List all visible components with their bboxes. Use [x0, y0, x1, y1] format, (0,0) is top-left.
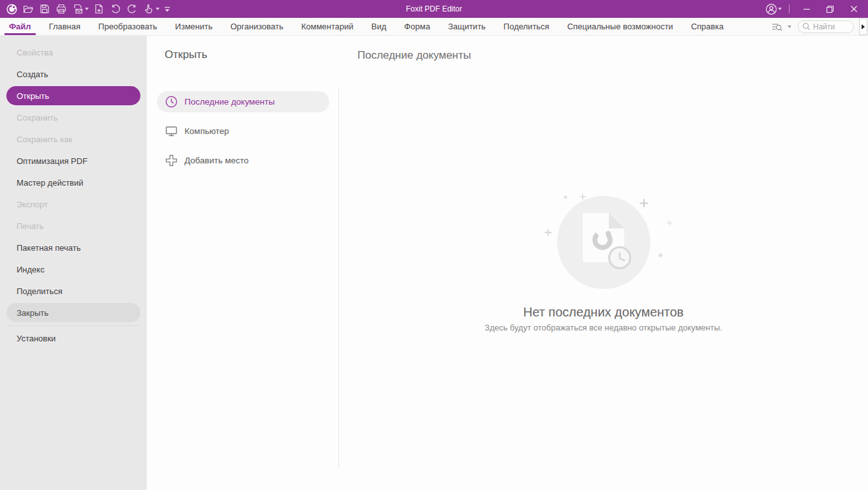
add-place-icon — [164, 154, 178, 168]
sidebar-item-preferences[interactable]: Установки — [6, 329, 140, 348]
sidebar-item-properties: Свойства — [6, 43, 140, 62]
file-menu-sidebar: Свойства Создать Открыть Сохранить Сохра… — [0, 36, 147, 490]
tab-form[interactable]: Форма — [395, 18, 439, 35]
tab-file[interactable]: Файл — [0, 18, 40, 35]
sidebar-item-save: Сохранить — [6, 108, 140, 127]
minimize-icon[interactable] — [795, 0, 818, 18]
titlebar-separator — [789, 4, 789, 13]
open-item-label: Компьютер — [184, 126, 229, 136]
recent-documents-panel: Последние документы — [339, 36, 868, 490]
restore-icon[interactable] — [818, 0, 842, 18]
advanced-find-icon[interactable] — [771, 21, 783, 33]
email-icon[interactable] — [70, 1, 86, 17]
open-item-computer[interactable]: Компьютер — [157, 121, 329, 142]
tab-convert[interactable]: Преобразовать — [89, 18, 166, 35]
sidebar-item-print: Печать — [6, 216, 140, 235]
tab-edit[interactable]: Изменить — [166, 18, 221, 35]
empty-documents-illustration — [530, 186, 677, 296]
open-places-list: Последние документы Компьютер Добавить м… — [147, 91, 339, 171]
account-dropdown-caret[interactable] — [778, 8, 782, 10]
tab-comment[interactable]: Комментарий — [292, 18, 363, 35]
sidebar-item-export: Экспорт — [6, 195, 140, 214]
open-item-add-place[interactable]: Добавить место — [157, 150, 329, 171]
sidebar-item-close[interactable]: Закрыть — [6, 303, 140, 322]
tab-accessibility[interactable]: Специальные возможности — [558, 18, 682, 35]
search-icon — [802, 22, 811, 31]
undo-icon[interactable] — [107, 1, 124, 17]
search-box[interactable] — [798, 20, 854, 33]
menu-tabs: Файл Главная Преобразовать Изменить Орга… — [0, 18, 733, 35]
title-bar: Foxit PDF Editor — [0, 0, 868, 18]
open-icon[interactable] — [20, 1, 36, 17]
recent-panel-title: Последние документы — [357, 49, 868, 62]
tab-help[interactable]: Справка — [682, 18, 733, 35]
hand-dropdown-caret[interactable] — [156, 8, 160, 10]
tab-protect[interactable]: Защитить — [439, 18, 495, 35]
tab-view[interactable]: Вид — [363, 18, 396, 35]
foxit-logo-icon — [3, 1, 20, 17]
titlebar-right-controls — [763, 0, 868, 18]
sidebar-item-save-as: Сохранить как — [6, 130, 140, 149]
tab-share[interactable]: Поделиться — [495, 18, 558, 35]
computer-icon — [164, 124, 178, 138]
open-panel-title: Открыть — [165, 48, 339, 61]
menu-bar: Файл Главная Преобразовать Изменить Орга… — [0, 18, 868, 36]
empty-state: Нет последних документов Здесь будут ото… — [339, 186, 868, 332]
sidebar-item-action-wizard[interactable]: Мастер действий — [6, 173, 140, 192]
sidebar-item-share[interactable]: Поделиться — [6, 281, 140, 301]
account-icon[interactable] — [763, 1, 779, 17]
clock-icon — [164, 95, 178, 109]
create-icon[interactable] — [91, 1, 107, 17]
sidebar-item-optimize-pdf[interactable]: Оптимизация PDF — [6, 151, 140, 170]
search-input[interactable] — [813, 22, 850, 31]
email-dropdown-caret[interactable] — [85, 8, 89, 10]
sidebar-item-create[interactable]: Создать — [6, 64, 140, 84]
redo-icon[interactable] — [124, 1, 140, 17]
empty-state-title: Нет последних документов — [523, 305, 684, 320]
tab-organize[interactable]: Организовать — [221, 18, 292, 35]
sidebar-item-batch-print[interactable]: Пакетная печать — [6, 238, 140, 257]
advanced-find-caret[interactable] — [788, 26, 791, 28]
save-icon[interactable] — [36, 1, 53, 17]
empty-state-subtitle: Здесь будут отображаться все недавно отк… — [484, 323, 722, 332]
sidebar-divider — [8, 325, 139, 326]
menubar-search-area — [771, 20, 868, 33]
open-panel: Открыть Последние документы Компьютер До… — [147, 36, 339, 490]
close-icon[interactable] — [842, 0, 865, 18]
backstage-view: Свойства Создать Открыть Сохранить Сохра… — [0, 36, 868, 490]
sidebar-item-index[interactable]: Индекс — [6, 260, 140, 279]
open-item-label: Последние документы — [184, 97, 274, 107]
quick-access-toolbar — [0, 1, 173, 17]
open-item-label: Добавить место — [184, 156, 249, 165]
open-item-recent-documents[interactable]: Последние документы — [157, 91, 329, 112]
customize-qat-icon[interactable] — [161, 1, 173, 17]
sidebar-item-open[interactable]: Открыть — [6, 86, 140, 105]
menu-expand-icon[interactable] — [859, 19, 867, 35]
print-icon[interactable] — [53, 1, 70, 17]
hand-icon[interactable] — [140, 1, 157, 17]
tab-home[interactable]: Главная — [40, 18, 89, 35]
